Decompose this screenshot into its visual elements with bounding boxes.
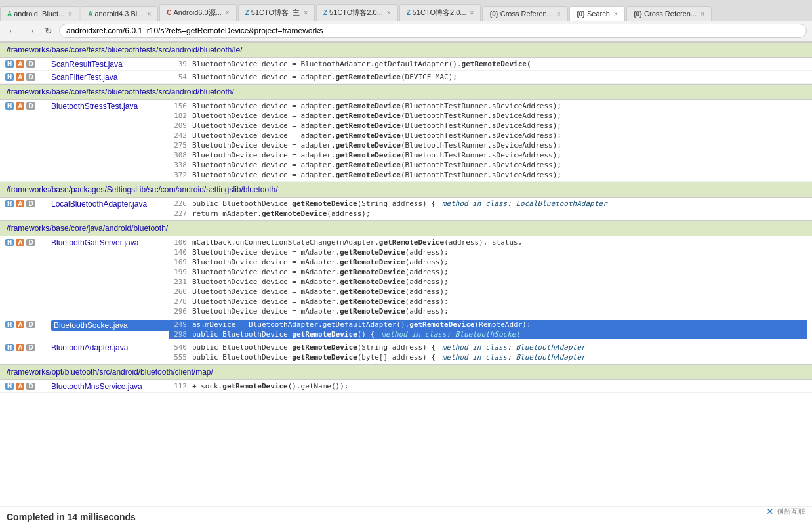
file-link[interactable]: ScanResultTest.java xyxy=(51,60,169,69)
code-text: public BluetoothDevice getRemoteDevice(S… xyxy=(192,199,607,208)
method-name: getRemoteDevice xyxy=(292,199,357,208)
method-name: getRemoteDevice xyxy=(379,238,444,247)
code-line: 156BluetoothDevice device = adapter.getR… xyxy=(169,101,807,111)
browser-tab-t8[interactable]: {0}Search× xyxy=(569,6,625,21)
badge-d: D xyxy=(26,73,35,81)
bottom-logo: ✕ 创新互联 xyxy=(766,506,805,516)
code-line: 169BluetoothDevice device = mAdapter.get… xyxy=(169,257,807,267)
section-path-link[interactable]: /frameworks/opt/bluetooth/src/android/bl… xyxy=(7,367,213,377)
browser-tab-t7[interactable]: {0}Cross Referen...× xyxy=(482,6,567,21)
tab-close-button[interactable]: × xyxy=(614,10,618,18)
file-link[interactable]: LocalBluetoothAdapter.java xyxy=(51,199,169,209)
badge-a: A xyxy=(16,102,24,110)
code-line: 338BluetoothDevice device = adapter.getR… xyxy=(169,160,807,170)
code-line: 296BluetoothDevice device = mAdapter.get… xyxy=(169,306,807,316)
method-name: getRemoteDevice( xyxy=(462,60,531,68)
file-link[interactable]: ScanFilterTest.java xyxy=(51,73,169,82)
browser-tab-t2[interactable]: Aandroid4.3 Bl...× xyxy=(81,6,158,21)
browser-tab-t9[interactable]: {0}Cross Referen...× xyxy=(626,6,712,21)
tab-close-button[interactable]: × xyxy=(226,9,230,16)
section-header-s3: /frameworks/base/packages/SettingsLib/sr… xyxy=(0,182,812,198)
tab-close-button[interactable]: × xyxy=(700,10,704,18)
file-row: HADScanFilterTest.java54BluetoothDevice … xyxy=(0,71,812,84)
footer: Completed in 14 milliseconds xyxy=(0,506,812,523)
code-line: 227return mAdapter.getRemoteDevice(addre… xyxy=(169,209,807,219)
browser-tab-t6[interactable]: Z51CTO博客2.0...× xyxy=(399,4,481,21)
file-link[interactable]: BluetoothMnsService.java xyxy=(51,382,169,391)
line-number: 182 xyxy=(169,112,192,120)
tab-close-button[interactable]: × xyxy=(147,10,151,18)
badge-h: H xyxy=(5,239,14,246)
file-link[interactable]: BluetoothAdapter.java xyxy=(51,343,169,352)
browser-tab-t4[interactable]: Z51CTO博客_主× xyxy=(238,4,315,21)
code-text: BluetoothDevice device = mAdapter.getRem… xyxy=(192,268,449,276)
tab-close-button[interactable]: × xyxy=(557,10,561,18)
method-name: getRemoteDevice xyxy=(336,102,401,110)
section-path-link[interactable]: /frameworks/base/core/tests/bluetoothtes… xyxy=(7,87,234,96)
method-name: getRemoteDevice xyxy=(292,330,357,339)
code-text: BluetoothDevice device = mAdapter.getRem… xyxy=(192,307,449,316)
method-name: getRemoteDevice xyxy=(262,209,327,218)
file-link[interactable]: BluetoothStressTest.java xyxy=(51,102,169,111)
file-link[interactable]: BluetoothGattServer.java xyxy=(51,238,169,247)
had-badges: HAD xyxy=(5,344,51,351)
tab-favicon: C xyxy=(167,9,171,16)
tab-close-button[interactable]: × xyxy=(304,9,308,16)
address-input[interactable] xyxy=(59,24,807,38)
tab-close-button[interactable]: × xyxy=(68,10,72,18)
reload-button[interactable]: ↻ xyxy=(42,24,55,37)
back-button[interactable]: ← xyxy=(5,24,20,37)
browser-tab-t3[interactable]: CAndroid6.0源...× xyxy=(159,4,236,21)
browser-tab-t1[interactable]: Aandroid IBluet...× xyxy=(0,6,79,21)
line-number: 249 xyxy=(169,320,192,329)
badge-h: H xyxy=(5,73,14,81)
tab-close-button[interactable]: × xyxy=(387,9,391,16)
method-name: getRemoteDevice xyxy=(340,307,405,316)
code-text: BluetoothDevice device = mAdapter.getRem… xyxy=(192,258,449,266)
had-badges: HAD xyxy=(5,200,51,207)
tab-favicon: A xyxy=(7,10,12,18)
file-link[interactable]: BluetoothSocket.java xyxy=(51,320,169,331)
line-number: 296 xyxy=(169,307,192,316)
code-lines: 39BluetoothDevice device = BluetoothAdap… xyxy=(169,59,807,69)
code-line: 372BluetoothDevice device = adapter.getR… xyxy=(169,170,807,180)
had-badges: HAD xyxy=(5,60,51,68)
method-name: getRemoteDevice xyxy=(340,258,405,266)
line-number: 338 xyxy=(169,161,192,169)
code-line: 231BluetoothDevice device = mAdapter.get… xyxy=(169,277,807,287)
code-text: as.mDevice = BluetoothAdapter.getDefault… xyxy=(192,320,531,329)
method-name: getRemoteDevice xyxy=(292,343,357,352)
badge-d: D xyxy=(26,200,35,207)
section-path-link[interactable]: /frameworks/base/core/java/android/bluet… xyxy=(7,224,168,233)
address-bar-row: ← → ↻ xyxy=(0,21,812,41)
tab-label: Android6.0源... xyxy=(173,8,221,18)
method-name: getRemoteDevice xyxy=(336,121,401,130)
section-path-link[interactable]: /frameworks/base/packages/SettingsLib/sr… xyxy=(7,185,278,194)
section-path-link[interactable]: /frameworks/base/core/tests/bluetoothtes… xyxy=(7,45,243,54)
code-line: 298public BluetoothDevice getRemoteDevic… xyxy=(169,329,807,339)
code-line: 278BluetoothDevice device = mAdapter.get… xyxy=(169,297,807,306)
tab-close-button[interactable]: × xyxy=(470,9,474,16)
line-number: 226 xyxy=(169,199,192,208)
code-lines: 540public BluetoothDevice getRemoteDevic… xyxy=(169,343,807,362)
code-text: mCallback.onConnectionStateChange(mAdapt… xyxy=(192,238,522,247)
code-text: BluetoothDevice device = adapter.getRemo… xyxy=(192,171,561,179)
browser-tab-t5[interactable]: Z51CTO博客2.0...× xyxy=(316,4,398,21)
badge-h: H xyxy=(5,60,14,68)
file-row: HADBluetoothSocket.java249as.mDevice = B… xyxy=(0,318,812,341)
badge-d: D xyxy=(26,239,35,246)
method-note: method in class: BluetoothAdapter xyxy=(442,343,586,352)
badge-a: A xyxy=(16,383,24,390)
main-content: /frameworks/base/core/tests/bluetoothtes… xyxy=(0,42,812,506)
code-line: 209BluetoothDevice device = adapter.getR… xyxy=(169,121,807,131)
code-line: 100mCallback.onConnectionStateChange(mAd… xyxy=(169,238,807,247)
method-name: getRemoteDevice xyxy=(340,268,405,276)
method-note: method in class: BluetoothSocket xyxy=(381,330,520,339)
code-lines: 112+ sock.getRemoteDevice().getName()); xyxy=(169,381,807,391)
tab-bar: Aandroid IBluet...×Aandroid4.3 Bl...×CAn… xyxy=(0,0,812,21)
line-number: 227 xyxy=(169,209,192,218)
forward-button[interactable]: → xyxy=(24,24,38,37)
line-number: 260 xyxy=(169,287,192,296)
method-name: getRemoteDevice xyxy=(336,151,401,159)
line-number: 555 xyxy=(169,353,192,362)
